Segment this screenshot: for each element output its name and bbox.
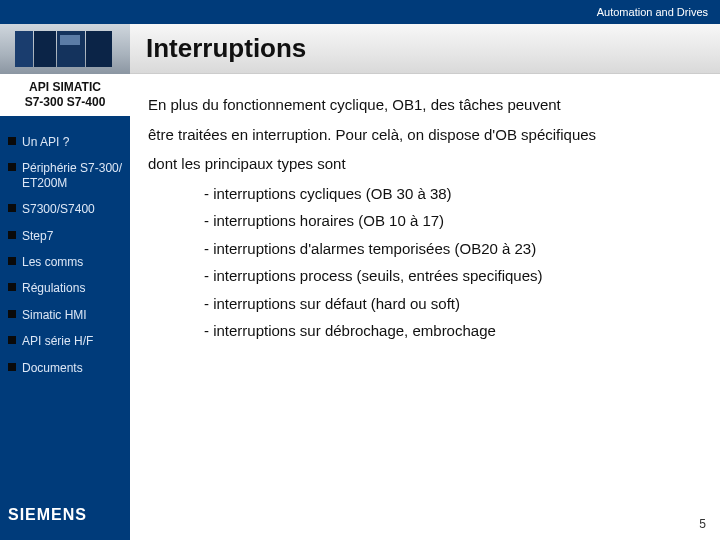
- sidebar-item-label[interactable]: Les comms: [22, 255, 83, 269]
- square-bullet-icon: [8, 204, 16, 212]
- siemens-logo: SIEMENS: [0, 496, 130, 540]
- main-content: En plus du fonctionnement cyclique, OB1,…: [130, 74, 720, 540]
- list-item: - interruptions sur défaut (hard ou soft…: [204, 291, 706, 317]
- square-bullet-icon: [8, 310, 16, 318]
- sidebar-title-line1: API SIMATIC: [2, 80, 128, 95]
- sidebar-item-les-comms[interactable]: Les comms: [0, 249, 130, 275]
- list-item: - interruptions sur débrochage, embrocha…: [204, 318, 706, 344]
- page-title: Interruptions: [146, 33, 306, 64]
- title-area: Interruptions: [130, 24, 720, 74]
- sidebar-item-documents[interactable]: Documents: [0, 355, 130, 381]
- square-bullet-icon: [8, 231, 16, 239]
- plc-device-icon: [15, 29, 115, 69]
- sidebar-item-label[interactable]: S7300/S7400: [22, 202, 95, 216]
- sidebar-item-label[interactable]: Un API ?: [22, 135, 69, 149]
- square-bullet-icon: [8, 163, 16, 171]
- sidebar-item-peripherie[interactable]: Périphérie S7-300/ ET200M: [0, 155, 130, 196]
- square-bullet-icon: [8, 257, 16, 265]
- list-item: - interruptions horaires (OB 10 à 17): [204, 208, 706, 234]
- sidebar: API SIMATIC S7-300 S7-400 Un API ? Périp…: [0, 74, 130, 540]
- sidebar-item-label[interactable]: API série H/F: [22, 334, 93, 348]
- sidebar-item-s7300-s7400[interactable]: S7300/S7400: [0, 196, 130, 222]
- square-bullet-icon: [8, 336, 16, 344]
- page-number: 5: [699, 514, 706, 534]
- list-item: - interruptions process (seuils, entrées…: [204, 263, 706, 289]
- paragraph-line-3: dont les principaux types sont: [148, 151, 706, 177]
- square-bullet-icon: [8, 137, 16, 145]
- sidebar-item-api-serie-hf[interactable]: API série H/F: [0, 328, 130, 354]
- sidebar-item-label[interactable]: Simatic HMI: [22, 308, 87, 322]
- plc-illustration: [0, 24, 130, 74]
- sidebar-item-label[interactable]: Régulations: [22, 281, 85, 295]
- top-bar: Automation and Drives: [0, 0, 720, 24]
- square-bullet-icon: [8, 363, 16, 371]
- sidebar-item-regulations[interactable]: Régulations: [0, 275, 130, 301]
- sidebar-title: API SIMATIC S7-300 S7-400: [0, 74, 130, 119]
- sidebar-item-simatic-hmi[interactable]: Simatic HMI: [0, 302, 130, 328]
- paragraph-line-1: En plus du fonctionnement cyclique, OB1,…: [148, 92, 706, 118]
- list-item: - interruptions d'alarmes temporisées (O…: [204, 236, 706, 262]
- paragraph-line-2: être traitées en interruption. Pour celà…: [148, 122, 706, 148]
- sidebar-list: Un API ? Périphérie S7-300/ ET200M S7300…: [0, 129, 130, 381]
- interruption-types-list: - interruptions cycliques (OB 30 à 38) -…: [204, 181, 706, 344]
- sidebar-item-label[interactable]: Step7: [22, 229, 53, 243]
- sidebar-item-un-api[interactable]: Un API ?: [0, 129, 130, 155]
- brand-tagline: Automation and Drives: [597, 6, 708, 18]
- sidebar-item-label[interactable]: Périphérie S7-300/ ET200M: [22, 161, 124, 190]
- sidebar-item-step7[interactable]: Step7: [0, 223, 130, 249]
- sidebar-title-line2: S7-300 S7-400: [2, 95, 128, 110]
- header-row: Interruptions: [0, 24, 720, 74]
- sidebar-item-label[interactable]: Documents: [22, 361, 83, 375]
- list-item: - interruptions cycliques (OB 30 à 38): [204, 181, 706, 207]
- square-bullet-icon: [8, 283, 16, 291]
